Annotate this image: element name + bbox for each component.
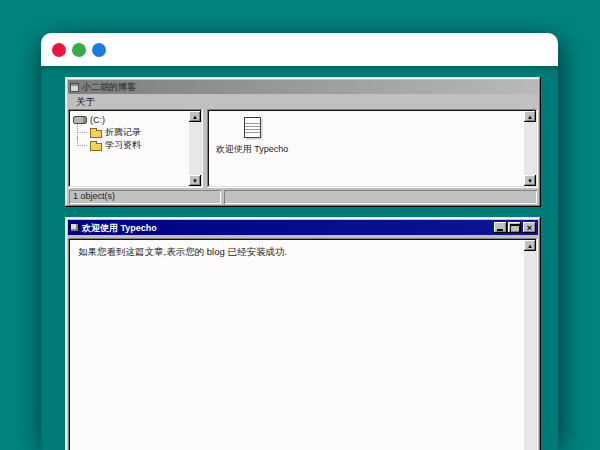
article-app-icon: [70, 223, 79, 232]
file-list: 欢迎使用 Typecho: [209, 111, 524, 186]
article-content-panel: 如果您看到这篇文章,表示您的 blog 已经安装成功. ▲: [68, 238, 538, 450]
scrollbar-track[interactable]: [189, 122, 201, 175]
folder-tree: (C:) 折腾记录 学习资料: [70, 111, 189, 186]
document-icon: [244, 117, 261, 138]
article-window-title: 欢迎使用 Typecho: [82, 221, 157, 235]
tree-vertical-scrollbar[interactable]: ▲ ▼: [189, 111, 201, 186]
traffic-light-red-icon[interactable]: [52, 43, 66, 57]
explorer-titlebar[interactable]: 小二胡的博客: [68, 80, 538, 94]
tree-item-folder-1[interactable]: 折腾记录: [73, 126, 189, 139]
tree-item-folder-2[interactable]: 学习资料: [73, 139, 189, 152]
explorer-body: (C:) 折腾记录 学习资料: [68, 109, 538, 188]
article-titlebar[interactable]: 欢迎使用 Typecho ×: [68, 220, 538, 235]
scroll-up-button[interactable]: ▲: [524, 240, 536, 251]
article-vertical-scrollbar[interactable]: ▲: [524, 240, 536, 450]
browser-viewport: 小二胡的博客 关于 (C:): [41, 66, 558, 450]
scroll-up-button[interactable]: ▲: [189, 111, 201, 122]
browser-titlebar: [41, 33, 558, 66]
explorer-window-title: 小二胡的博客: [82, 80, 136, 94]
tree-item-label: 学习资料: [105, 139, 141, 152]
traffic-light-blue-icon[interactable]: [92, 43, 106, 57]
browser-window: 小二胡的博客 关于 (C:): [41, 33, 558, 450]
tree-item-label: 折腾记录: [105, 126, 141, 139]
explorer-app-icon: [70, 83, 79, 92]
scrollbar-track[interactable]: [524, 251, 536, 450]
tree-item-drive-c[interactable]: (C:): [73, 113, 189, 126]
arrow-down-icon: ▼: [192, 178, 198, 184]
status-extra-cell: [224, 190, 537, 204]
scrollbar-track[interactable]: [524, 122, 536, 175]
explorer-statusbar: 1 object(s): [68, 190, 538, 204]
scroll-up-button[interactable]: ▲: [524, 111, 536, 122]
scroll-down-button[interactable]: ▼: [189, 175, 201, 186]
folder-icon: [90, 130, 102, 138]
arrow-up-icon: ▲: [192, 114, 198, 120]
close-button-icon[interactable]: ×: [523, 222, 536, 233]
file-item-label: 欢迎使用 Typecho: [216, 143, 289, 156]
tree-connector: [77, 126, 90, 139]
file-item-typecho[interactable]: 欢迎使用 Typecho: [215, 117, 289, 156]
article-window: 欢迎使用 Typecho × 如果您看到这篇文章,表示您的 blog 已经安装成…: [65, 217, 541, 450]
menu-item-about[interactable]: 关于: [73, 95, 98, 108]
files-vertical-scrollbar[interactable]: ▲ ▼: [524, 111, 536, 186]
arrow-up-icon: ▲: [527, 114, 533, 120]
tree-item-label: (C:): [90, 115, 105, 125]
tree-connector: [77, 139, 90, 152]
folder-icon: [90, 143, 102, 151]
scroll-down-button[interactable]: ▼: [524, 175, 536, 186]
minimize-button-icon[interactable]: [494, 222, 507, 233]
file-list-panel: 欢迎使用 Typecho ▲ ▼: [207, 109, 538, 188]
article-text: 如果您看到这篇文章,表示您的 blog 已经安装成功.: [70, 240, 524, 450]
folder-tree-panel: (C:) 折腾记录 学习资料: [68, 109, 203, 188]
explorer-menubar: 关于: [68, 94, 538, 108]
maximize-button-icon[interactable]: [508, 222, 521, 233]
arrow-up-icon: ▲: [527, 243, 533, 249]
traffic-light-green-icon[interactable]: [72, 43, 86, 57]
drive-icon: [73, 116, 87, 124]
status-object-count: 1 object(s): [69, 190, 221, 204]
explorer-window: 小二胡的博客 关于 (C:): [65, 77, 541, 207]
arrow-down-icon: ▼: [527, 178, 533, 184]
window-controls: ×: [494, 222, 536, 233]
